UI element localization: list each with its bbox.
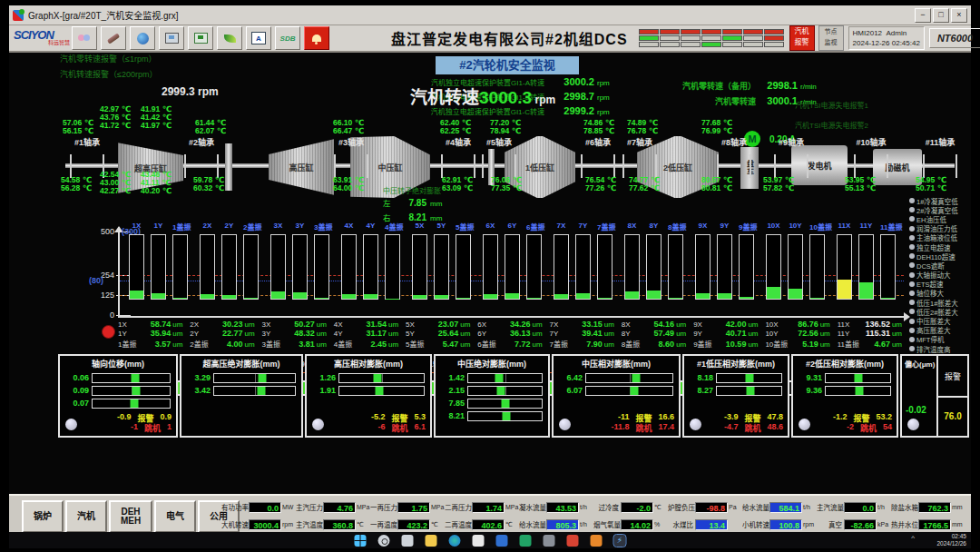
nav-button[interactable]: 汽机 — [65, 500, 107, 533]
vibration-bar: 3盖振 — [314, 222, 329, 300]
settings-icon[interactable] — [544, 535, 555, 547]
edge-icon[interactable] — [449, 535, 461, 547]
process-cell: 水煤比 13.4 — [668, 519, 742, 530]
gauge-marker — [746, 387, 754, 395]
restore-button[interactable]: □ — [933, 8, 949, 23]
bearing-label: #2轴承 — [189, 136, 214, 148]
gauge-value: 9.31 — [797, 373, 822, 382]
bar-label: 6X — [483, 222, 498, 234]
process-cell: 烟气氧量 14.02 % — [593, 519, 668, 530]
app-red-icon[interactable] — [567, 535, 579, 547]
process-value: 1.74 — [472, 502, 505, 513]
ja-button[interactable]: A — [246, 26, 271, 50]
close-button[interactable]: × — [951, 8, 967, 23]
active-app-icon[interactable]: ⚡ — [614, 535, 626, 547]
bar-label: 1X — [129, 222, 144, 234]
bar-fill — [293, 292, 307, 299]
operator-station-button[interactable] — [159, 26, 184, 50]
process-value: 13.4 — [695, 519, 728, 530]
nav-button[interactable]: 电气 — [154, 500, 196, 533]
vibration-table-group: 9X42.00um 9Y40.71um 9盖振10.59um — [693, 320, 761, 348]
tools-button[interactable] — [101, 26, 126, 50]
nav-button[interactable]: 锅炉 — [22, 500, 64, 533]
turbine-alarm-button[interactable]: 汽机 报警 — [789, 25, 815, 51]
minimize-button[interactable]: − — [915, 8, 931, 23]
gauge-row: 2.15 — [439, 385, 543, 396]
bar-label: 1盖振 — [172, 222, 188, 234]
sdb-button[interactable]: SDB — [275, 26, 300, 50]
process-cell: 给水流量 584.1 t/h — [742, 502, 817, 513]
zero-speed-row: 汽机零转速（备用） 2998.1 r/min — [640, 80, 817, 95]
bar-fill — [222, 295, 236, 299]
x-axis — [118, 316, 906, 318]
file-explorer-icon[interactable] — [426, 535, 437, 547]
node-status-box: 节点 监视 — [818, 25, 844, 51]
bar-label: 5Y — [434, 222, 449, 234]
display-button[interactable] — [188, 26, 213, 50]
eccentricity-alarm-label: 报警 — [938, 356, 967, 398]
process-value: 14.02 — [621, 519, 653, 530]
gauge-value: 3.42 — [185, 386, 211, 395]
vibration-table-group: 7X33.15um 7Y39.41um 7盖振7.90um — [550, 320, 618, 348]
bar-label: 2盖振 — [243, 222, 259, 234]
bar-fill — [696, 293, 710, 300]
alarm-matrix[interactable] — [639, 29, 784, 47]
process-cell: 一再压力 1.75 MPa — [370, 502, 445, 513]
trip-alarm-item: 轴位移大 — [909, 289, 969, 298]
process-cell: 给水流量 805.3 t/h — [519, 519, 593, 530]
app-blue-icon[interactable] — [496, 535, 508, 547]
taskbar-clock[interactable]: 02:45 2024/12/26 — [936, 533, 966, 547]
vibration-bar: 6Y — [505, 222, 520, 300]
gauge-marker — [132, 387, 140, 395]
bar-fill — [173, 298, 187, 299]
nav-button[interactable]: DEHMEH — [109, 500, 152, 533]
alarm-matrix-cell — [681, 29, 701, 34]
task-view-icon[interactable] — [402, 535, 414, 547]
measurement-panel: 超高压绝对膨胀(mm) 3.29 3.42 — [180, 354, 303, 438]
trip-alarm-item: ETS超速 — [909, 280, 969, 289]
app-white-icon[interactable] — [473, 535, 485, 547]
search-icon[interactable] — [378, 535, 390, 547]
network-button[interactable] — [130, 26, 155, 50]
gauge-bar — [338, 386, 425, 396]
bar-fill — [364, 294, 377, 299]
bell-icon — [312, 34, 321, 42]
bearing-temps-bottom: 74.77 ℃ 77.62 ℃ — [629, 176, 660, 192]
alarm-bell-button[interactable] — [304, 26, 329, 50]
bar-label: 1Y — [151, 222, 166, 234]
alarm-matrix-cell — [701, 29, 721, 34]
alarm-matrix-row — [639, 35, 784, 41]
bar-group: 3X 3Y 3盖振 — [270, 222, 329, 300]
bearing-temps-bottom: 62.91 ℃ 63.09 ℃ — [442, 176, 473, 192]
vibration-bar: 10X — [766, 222, 781, 300]
gauge-marker — [130, 399, 138, 408]
bar-label: 9Y — [717, 222, 732, 234]
eccentricity-value: -0.02 — [906, 405, 926, 415]
app-orange-icon[interactable] — [591, 535, 603, 547]
excel-icon[interactable] — [520, 535, 532, 547]
gauge-row: 3.29 — [185, 372, 296, 383]
bar-fill — [598, 298, 612, 299]
uhp-temps-bottom: 42.54 ℃43.46 ℃43.00 ℃41.11 ℃42.27 ℃40.20… — [100, 171, 181, 195]
gauge-row: 6.07 — [557, 385, 673, 396]
vibration-bar: 11X — [837, 222, 852, 300]
leaf-button[interactable] — [217, 26, 242, 50]
gauge-row: 6.42 — [557, 372, 673, 383]
session-info: HMI2012 Admin 2024-12-26 02:45:42 — [848, 26, 925, 50]
panel-status-dot — [312, 419, 324, 430]
vibration-bar: 7盖振 — [597, 222, 612, 300]
vibration-table-group: 1X58.74um 1Y35.94um 1盖振3.57um — [118, 320, 186, 348]
vibration-table-group: 3X50.27um 3Y48.32um 3盖振3.81um — [262, 320, 330, 348]
start-icon[interactable] — [355, 535, 367, 547]
toolbar: SCIYON 科远智慧 A SDB 盘江普定发电有限公司#2机组DCS 汽机 报… — [9, 25, 971, 53]
process-value: -2.0 — [621, 502, 653, 513]
users-button[interactable] — [72, 26, 97, 50]
bar-fill — [576, 293, 590, 299]
tray-chevron-icon[interactable]: ^ — [911, 534, 915, 542]
gauge-value: 1.42 — [439, 373, 465, 382]
process-cell: 二再温度 402.6 ℃ — [445, 519, 519, 530]
gauge-bar — [716, 386, 782, 396]
bar-label: 3Y — [292, 222, 308, 234]
bar-fill — [342, 294, 356, 299]
vibration-bar: 5X — [412, 222, 427, 300]
